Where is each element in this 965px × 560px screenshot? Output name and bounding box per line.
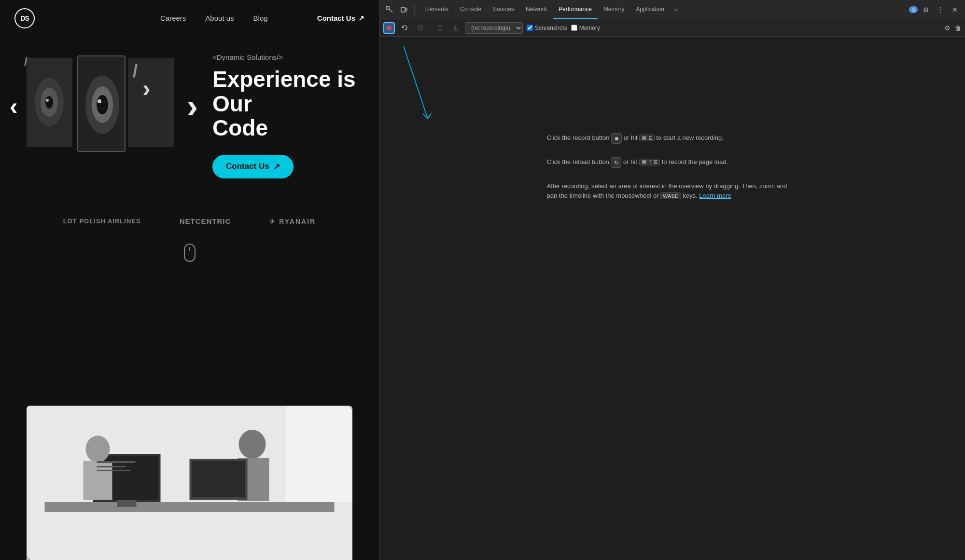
logo-lot: LOT POLISH AIRLINES [63,218,141,225]
svg-rect-25 [97,461,136,463]
carousel-prev-arrow-icon[interactable]: ‹ [10,94,18,118]
nav-about[interactable]: About us [205,14,234,22]
toolbar-separator [430,23,430,33]
tab-application[interactable]: Application [630,0,670,19]
mouse-wheel [189,247,190,251]
svg-line-41 [404,46,428,119]
nav-links: Careers About us Blog [160,14,268,22]
stop-recording-button[interactable] [414,22,426,34]
help-item-reload: Click the reload button ↻ or hit ⌘ ⇧ E t… [547,157,798,168]
learn-more-link[interactable]: Learn more [699,192,731,199]
svg-rect-26 [97,466,126,467]
svg-rect-27 [97,470,131,471]
screenshots-label: Screenshots [535,25,567,31]
nav-contact-label: Contact Us [317,14,355,22]
hero-tag: <Dynamic Solutions/> [212,53,364,61]
help-select-text: After recording, select an area of inter… [547,181,798,200]
svg-text:›: › [142,75,151,102]
reload-record-button[interactable] [399,22,410,34]
svg-rect-15 [45,502,335,512]
svg-point-3 [45,96,53,109]
upload-profile-button[interactable] [434,22,446,34]
logo-netcentric: netcentric [180,217,231,225]
memory-label: Memory [579,25,600,31]
office-scene-image [27,406,352,560]
record-button-mockup: ⏺ [611,133,622,144]
devtools-topbar: Elements Console Sources Network Perform… [379,0,965,19]
tab-network[interactable]: Network [520,0,553,19]
recordings-select[interactable]: (no recordings) [465,22,523,34]
tab-memory[interactable]: Memory [598,0,630,19]
memory-checkbox-group: Memory [571,25,600,31]
svg-rect-14 [286,406,353,502]
performance-help: Click the record button ⏺ or hit ⌘ E to … [547,133,798,214]
nav-contact-button[interactable]: Contact Us ↗ [317,14,364,23]
nav-contact-arrow-icon: ↗ [358,14,364,23]
screenshots-checkbox[interactable] [527,25,533,31]
hero-image-center [77,55,126,152]
tab-console[interactable]: Console [454,0,487,19]
svg-rect-24 [192,461,245,497]
record-button[interactable] [383,22,395,34]
devtools-tabs: Elements Console Sources Network Perform… [419,0,907,19]
mouse-icon [184,244,196,262]
shortcut-cmd-e: ⌘ E [639,135,654,141]
hero-image-left [27,58,72,147]
hero-image-right: / › [128,58,174,147]
settings-icon[interactable]: ⚙ [920,3,932,16]
chevron-right-icon: › [187,87,198,125]
devtools-right-icons: 3 ⚙ ⋮ ✕ [909,3,961,16]
separator [414,5,415,14]
help-record-text: Click the record button ⏺ or hit ⌘ E to … [547,133,798,144]
logo-text: DS [20,14,28,22]
nav-careers[interactable]: Careers [160,14,186,22]
help-item-select: After recording, select an area of inter… [547,181,798,200]
hero-title: Experience is Our Code [212,67,364,140]
devtools-panel: Elements Console Sources Network Perform… [379,0,965,560]
tab-sources[interactable]: Sources [487,0,520,19]
svg-point-19 [86,436,110,463]
devtools-content: Click the record button ⏺ or hit ⌘ E to … [379,37,965,560]
performance-settings-gear-icon[interactable]: ⚙ [944,24,951,32]
hero-images: ‹ [14,48,198,164]
svg-rect-33 [406,8,407,11]
inspect-icon[interactable] [383,3,396,16]
svg-line-36 [419,27,421,29]
notifications-badge: 3 [909,6,918,13]
reload-button-mockup: ↻ [611,157,621,168]
svg-rect-32 [401,7,405,12]
website-panel: DS Careers About us Blog Contact Us ↗ ‹ [0,0,379,560]
help-reload-text: Click the reload button ↻ or hit ⌘ ⇧ E t… [547,157,798,168]
logos-section: LOT POLISH AIRLINES netcentric ✈ RYANAIR [0,217,379,225]
bracket-left-icon: / [24,55,28,69]
nav-blog[interactable]: Blog [253,14,268,22]
svg-rect-18 [117,500,137,507]
navigation: DS Careers About us Blog Contact Us ↗ [0,0,379,36]
svg-point-21 [239,430,266,459]
more-options-icon[interactable]: ⋮ [934,3,947,16]
memory-checkbox[interactable] [571,25,577,31]
more-tabs-button[interactable]: » [670,6,681,13]
svg-text:/: / [133,61,138,81]
blue-annotation-arrow [394,37,452,123]
tab-performance[interactable]: Performance [553,0,598,19]
hero-cta-label: Contact Us [226,162,269,171]
hero-cta-arrow-icon: ↗ [273,162,280,172]
hero-text: <Dynamic Solutions/> Experience is Our C… [212,48,364,178]
svg-point-8 [97,95,108,114]
shortcut-cmd-shift-e: ⌘ ⇧ E [639,159,660,165]
wasd-shortcut: WASD [660,192,681,199]
hero-cta-button[interactable]: Contact Us ↗ [212,155,294,178]
svg-point-4 [46,99,49,102]
logo[interactable]: DS [14,8,35,28]
hero-title-line2: Code [212,115,268,140]
hero-section: ‹ [0,48,379,178]
scroll-indicator [184,244,196,262]
devtools-performance-toolbar: (no recordings) Screenshots Memory ⚙ 🗑 [379,19,965,37]
logo-ryanair: ✈ RYANAIR [269,218,316,225]
clear-recordings-icon[interactable]: 🗑 [954,24,961,32]
device-toolbar-icon[interactable] [398,3,410,16]
close-devtools-icon[interactable]: ✕ [949,3,961,16]
download-profile-button[interactable] [449,22,461,34]
tab-elements[interactable]: Elements [419,0,454,19]
